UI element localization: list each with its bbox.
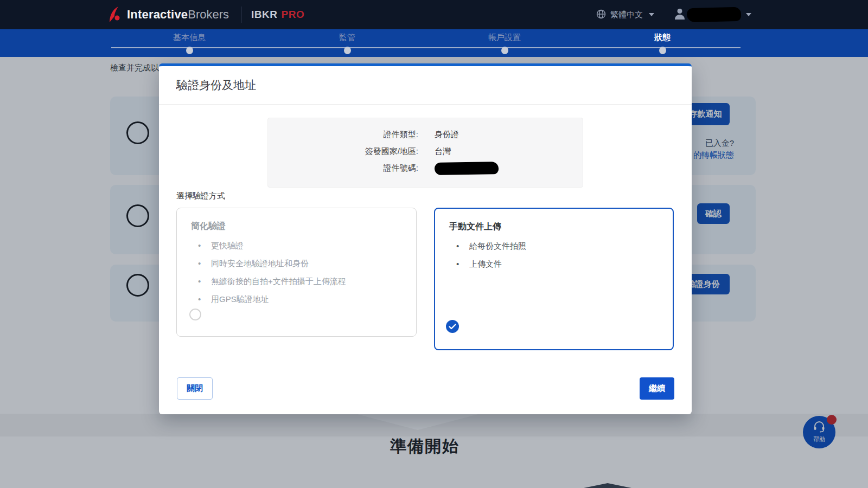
chevron-down-icon — [649, 13, 654, 16]
continue-button[interactable]: 繼續 — [640, 377, 674, 400]
language-label: 繁體中文 — [610, 10, 643, 20]
doc-type-value: 身份證 — [435, 130, 459, 140]
doc-number-label: 證件號碼: — [268, 163, 418, 174]
onboarding-progress-bar: 基本信息 監管 帳戶設置 狀態 — [0, 29, 868, 57]
issuing-country-value: 台灣 — [435, 146, 451, 157]
app-header: InteractiveBrokers IBKR PRO 繁體中文 — [0, 0, 868, 29]
product-name: IBKR — [251, 9, 277, 21]
radio-checked-icon[interactable] — [446, 320, 459, 333]
document-info-box: 證件類型: 身份證 簽發國家/地區: 台灣 證件號碼: — [267, 118, 583, 188]
progress-dot — [659, 47, 666, 54]
close-button[interactable]: 關閉 — [177, 377, 213, 400]
document-info-row: 簽發國家/地區: 台灣 — [268, 143, 583, 160]
user-account-menu[interactable] — [673, 7, 751, 23]
verification-options: 簡化驗證 更快驗證 同時安全地驗證地址和身份 無縫銜接的自拍+文件拍攝于上傳流程… — [176, 208, 674, 350]
option-title: 手動文件上傳 — [449, 221, 673, 233]
progress-step-account-config[interactable]: 帳戶設置 — [467, 33, 542, 54]
language-selector[interactable]: 繁體中文 — [596, 9, 654, 21]
page-content: 檢查并完成以 存款通知 已入金? 的轉帳狀態 確認 驗證身份 準備開始 帮助 — [0, 57, 868, 488]
progress-step-status[interactable]: 狀態 — [624, 33, 700, 54]
progress-dot — [186, 47, 193, 54]
choose-method-label: 選擇驗證方式 — [176, 191, 225, 201]
progress-step-basic-info[interactable]: 基本信息 — [151, 33, 227, 54]
option-title: 簡化驗證 — [191, 221, 416, 232]
verify-identity-modal: 驗證身份及地址 證件類型: 身份證 簽發國家/地區: 台灣 證件號碼: 選擇驗證… — [159, 63, 692, 414]
option-bullet: 無縫銜接的自拍+文件拍攝于上傳流程 — [177, 275, 416, 293]
document-info-row: 證件號碼: — [268, 160, 583, 177]
product-tier: PRO — [282, 9, 305, 21]
progress-dot — [344, 47, 351, 54]
redacted-id-number — [435, 162, 499, 175]
option-simplified-verification[interactable]: 簡化驗證 更快驗證 同時安全地驗證地址和身份 無縫銜接的自拍+文件拍攝于上傳流程… — [176, 208, 417, 337]
globe-icon — [596, 9, 606, 21]
chevron-down-icon — [746, 13, 751, 16]
modal-footer: 關閉 繼續 — [177, 377, 674, 400]
doc-type-label: 證件類型: — [268, 130, 418, 140]
option-bullet: 給每份文件拍照 — [435, 240, 673, 258]
option-bullet: 上傳文件 — [435, 258, 673, 276]
radio-unchecked-icon[interactable] — [189, 309, 201, 320]
product-badge: IBKR PRO — [251, 9, 304, 21]
redacted-username — [687, 7, 742, 23]
brand-name-secondary: Brokers — [188, 8, 229, 22]
progress-step-regulatory[interactable]: 監管 — [309, 33, 385, 54]
option-bullet: 同時安全地驗證地址和身份 — [177, 258, 416, 275]
ibkr-logo-icon — [108, 7, 123, 23]
header-divider — [241, 7, 241, 23]
modal-header: 驗證身份及地址 — [159, 66, 692, 105]
option-bullet: 更快驗證 — [177, 240, 416, 258]
option-manual-upload[interactable]: 手動文件上傳 給每份文件拍照 上傳文件 — [434, 208, 674, 350]
document-info-row: 證件類型: 身份證 — [268, 126, 583, 143]
issuing-country-label: 簽發國家/地區: — [268, 146, 418, 157]
brand-logo[interactable]: InteractiveBrokers — [108, 7, 229, 23]
brand-name-primary: Interactive — [127, 8, 188, 22]
user-icon — [673, 7, 687, 23]
option-bullet: 用GPS驗證地址 — [177, 293, 416, 311]
progress-dot — [501, 47, 508, 54]
modal-title: 驗證身份及地址 — [176, 78, 256, 93]
